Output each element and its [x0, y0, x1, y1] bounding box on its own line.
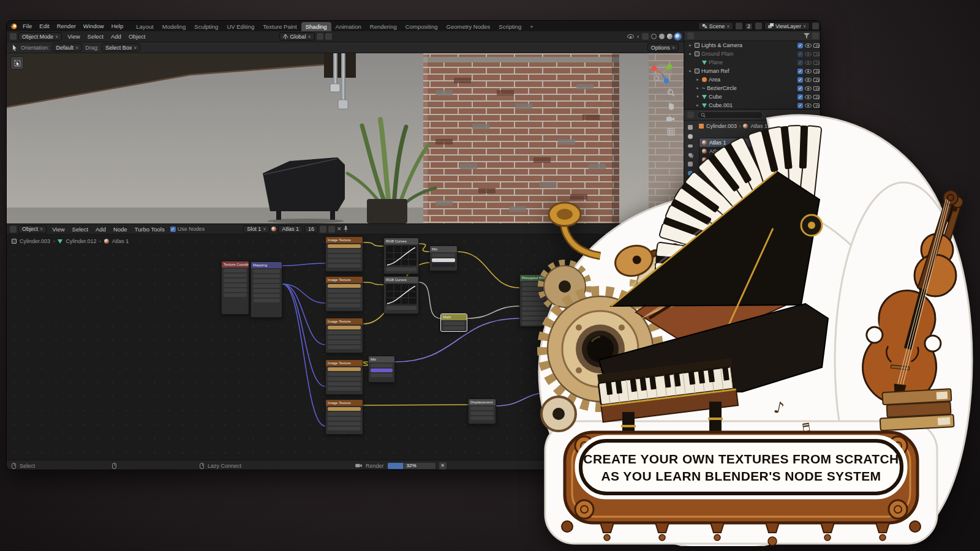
hide-render-camera-icon[interactable]	[813, 95, 820, 99]
outliner-row-beziercircle[interactable]: ▸~BezierCircle✓	[684, 84, 821, 92]
use-nodes-checkbox[interactable]: ✓	[170, 227, 176, 232]
menu-file[interactable]: File	[19, 23, 36, 29]
shader-menu-view[interactable]: View	[48, 226, 68, 233]
selectable-checkbox[interactable]: ✓	[797, 51, 803, 57]
shader-node-mix[interactable]: Mix	[429, 246, 458, 271]
disclosure-arrow-icon[interactable]: ▸	[695, 86, 700, 91]
hide-viewport-eye-icon[interactable]	[805, 95, 812, 99]
shader-node-rgb-curves[interactable]: RGB Curves	[383, 276, 419, 314]
breadcrumb-item[interactable]: Cylinder.012	[66, 238, 96, 244]
transform-orientation-selector[interactable]: Global ∨	[279, 32, 314, 40]
mode-selector[interactable]: Object Mode ∨	[18, 32, 62, 40]
copy-icon[interactable]	[812, 23, 819, 29]
cancel-render-button[interactable]: ✕	[439, 462, 447, 470]
workspace-tab-rendering[interactable]: Rendering	[366, 22, 401, 31]
shader-menu-add[interactable]: Add	[92, 226, 110, 233]
workspace-tab-modeling[interactable]: Modeling	[158, 22, 190, 31]
selectable-checkbox[interactable]: ✓	[797, 77, 803, 83]
breadcrumb-item[interactable]: Atlas 1	[112, 238, 129, 244]
disclosure-arrow-icon[interactable]: ▸	[695, 77, 700, 82]
snap-magnet-icon[interactable]	[317, 33, 323, 40]
shader-node-image-texture[interactable]: Image Texture	[325, 236, 363, 272]
options-dropdown[interactable]: Options ∨	[647, 43, 679, 51]
workspace-tab-uv-editing[interactable]: UV Editing	[222, 22, 258, 31]
viewport-menu-select[interactable]: Select	[84, 33, 107, 40]
outliner-row-area[interactable]: ▸Area✓	[684, 75, 821, 84]
hide-viewport-eye-icon[interactable]	[805, 69, 812, 73]
solid-shading-icon[interactable]	[659, 34, 665, 39]
disclosure-arrow-icon[interactable]: ▾	[695, 94, 700, 99]
hide-viewport-eye-icon[interactable]	[805, 78, 812, 82]
hide-viewport-eye-icon[interactable]	[805, 43, 812, 48]
selectable-checkbox[interactable]: ✓	[797, 94, 803, 100]
hide-render-camera-icon[interactable]	[813, 69, 820, 73]
workspace-tab-shading[interactable]: Shading	[301, 22, 331, 31]
outliner-options-icon[interactable]	[812, 32, 819, 39]
breadcrumb-item[interactable]: Cylinder.003	[20, 238, 50, 244]
shader-node-math[interactable]: Math	[440, 313, 467, 332]
new-material-icon[interactable]	[328, 226, 335, 233]
visibility-icon[interactable]	[627, 34, 634, 39]
shader-menu-turbo-tools[interactable]: Turbo Tools	[131, 226, 168, 233]
outliner-editor-icon[interactable]	[687, 32, 694, 39]
material-shading-icon[interactable]	[667, 34, 673, 39]
rendered-shading-icon[interactable]	[675, 34, 680, 39]
filter-icon[interactable]	[736, 23, 742, 29]
image-stack-icon[interactable]	[755, 23, 762, 29]
selectable-checkbox[interactable]: ✓	[797, 69, 803, 74]
editor-type-icon[interactable]	[10, 33, 17, 40]
zoom-icon[interactable]	[667, 89, 675, 97]
menu-edit[interactable]: Edit	[36, 23, 53, 29]
disclosure-arrow-icon[interactable]: ▸	[688, 51, 693, 56]
material-name-field[interactable]: Atlas 1	[278, 225, 303, 233]
outliner-row-plane[interactable]: Plane✓	[684, 58, 821, 67]
disclosure-arrow-icon[interactable]: ▸	[688, 43, 693, 48]
shader-node-mapping[interactable]: Mapping	[251, 261, 282, 318]
scene-selector[interactable]: Scene ∨	[698, 22, 734, 30]
hide-render-camera-icon[interactable]	[813, 78, 820, 82]
disclosure-arrow-icon[interactable]: ▸	[688, 69, 693, 73]
shader-menu-node[interactable]: Node	[110, 226, 131, 233]
outliner-row-lights-camera[interactable]: ▸Lights & Camera✓	[684, 41, 821, 50]
shader-node-mix[interactable]: Mix	[368, 356, 395, 383]
menu-help[interactable]: Help	[108, 23, 127, 29]
viewlayer-count-badge[interactable]: 2	[745, 23, 753, 30]
shader-node-image-texture[interactable]: Image Texture	[325, 359, 363, 395]
shader-node-image-texture[interactable]: Image Texture	[325, 318, 363, 353]
orientation-dropdown[interactable]: Default ∨	[53, 43, 83, 51]
shader-node-image-texture[interactable]: Image Texture	[325, 276, 363, 312]
hide-render-camera-icon[interactable]	[813, 61, 820, 65]
viewlayer-selector[interactable]: ViewLayer ∨	[764, 22, 810, 30]
navigation-gizmo[interactable]	[648, 59, 676, 88]
hide-viewport-eye-icon[interactable]	[805, 61, 812, 65]
workspace-tab-geometry-nodes[interactable]: Geometry Nodes	[442, 22, 495, 31]
hide-render-camera-icon[interactable]	[813, 52, 820, 56]
workspace-tab-compositing[interactable]: Compositing	[401, 22, 442, 31]
selectable-checkbox[interactable]: ✓	[797, 60, 803, 66]
unlink-material-icon[interactable]: ✕	[337, 226, 342, 232]
material-browse-icon[interactable]	[271, 227, 276, 231]
workspace-tab-sculpting[interactable]: Sculpting	[190, 22, 222, 31]
workspace-tab-texture-paint[interactable]: Texture Paint	[258, 22, 301, 31]
select-box-tool-button[interactable]	[10, 56, 24, 70]
selectable-checkbox[interactable]: ✓	[797, 86, 803, 91]
wireframe-shading-icon[interactable]	[651, 34, 657, 39]
outliner-row-cube[interactable]: ▾Cube✓	[684, 92, 821, 101]
viewport-menu-view[interactable]: View	[64, 33, 83, 40]
hide-render-camera-icon[interactable]	[813, 86, 820, 91]
menu-window[interactable]: Window	[80, 23, 108, 29]
workspace-tab-scripting[interactable]: Scripting	[494, 22, 526, 31]
fake-user-shield-icon[interactable]	[320, 226, 326, 233]
proportional-edit-icon[interactable]	[325, 33, 332, 40]
outliner-row-human-ref[interactable]: ▸Human Ref✓	[684, 67, 821, 75]
hide-render-camera-icon[interactable]	[813, 43, 820, 48]
workspace-tab--[interactable]: +	[526, 22, 538, 31]
hide-viewport-eye-icon[interactable]	[805, 52, 812, 56]
user-count-button[interactable]: 16	[304, 225, 318, 233]
selectable-checkbox[interactable]: ✓	[797, 43, 803, 48]
shader-node-texture-coordinate[interactable]: Texture Coordinate	[221, 261, 249, 315]
shader-node-rgb-curves[interactable]: RGB Curves	[383, 238, 419, 274]
viewport-menu-add[interactable]: Add	[107, 33, 125, 40]
hide-viewport-eye-icon[interactable]	[805, 86, 812, 91]
overlays-icon[interactable]	[642, 33, 649, 40]
